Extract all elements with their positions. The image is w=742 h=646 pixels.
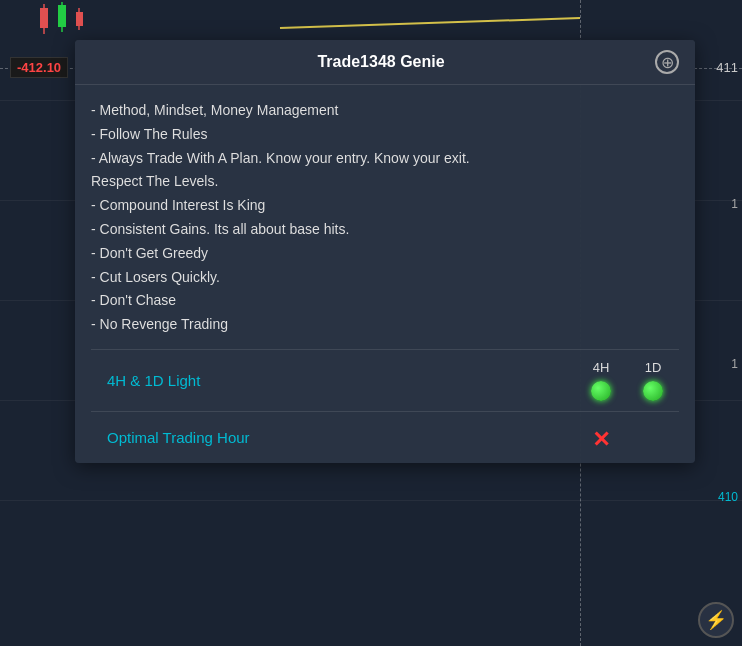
popup-body: - Method, Mindset, Money Management - Fo… [75,85,695,463]
4h-indicator-col: 4H [575,360,627,401]
rule-6: - Consistent Gains. Its all about base h… [91,221,349,237]
popup-title: Trade1348 Genie [115,53,647,71]
rule-5: - Compound Interest Is King [91,197,265,213]
table-row-optimal-hour: Optimal Trading Hour ✕ [91,411,679,463]
right-price-top: 411 [712,58,742,77]
rule-2: - Follow The Rules [91,126,207,142]
4h-1d-indicators: 4H 1D [575,350,679,411]
right-price-teal: 410 [714,488,742,506]
1d-indicator-col: 1D [627,360,679,401]
4h-header: 4H [593,360,610,375]
optimal-hour-label: Optimal Trading Hour [91,419,575,456]
right-price-1: 1 [727,195,742,213]
1d-green-dot [643,381,663,401]
svg-rect-7 [76,12,83,26]
close-button[interactable]: ⊕ [655,50,679,74]
rule-8: - Cut Losers Quickly. [91,269,220,285]
optimal-x-col: ✕ [575,423,627,451]
rule-3: - Always Trade With A Plan. Know your en… [91,150,470,166]
4h-1d-label: 4H & 1D Light [91,362,575,399]
svg-rect-4 [58,5,66,27]
price-label: -412.10 [10,57,68,78]
right-price-2: 1 [727,355,742,373]
lightning-button[interactable]: ⚡ [698,602,734,638]
svg-line-0 [280,18,580,28]
rule-1: - Method, Mindset, Money Management [91,102,338,118]
svg-rect-1 [40,8,48,28]
trade-genie-panel: Trade1348 Genie ⊕ - Method, Mindset, Mon… [75,40,695,463]
red-x-icon: ✕ [592,429,610,451]
optimal-hour-indicators: ✕ [575,413,679,461]
grid-line [0,500,742,501]
popup-header: Trade1348 Genie ⊕ [75,40,695,85]
table-row-4h-1d: 4H & 1D Light 4H 1D [91,349,679,411]
plus-icon: ⊕ [661,53,674,72]
4h-green-dot [591,381,611,401]
rule-10: - No Revenge Trading [91,316,228,332]
rule-4: Respect The Levels. [91,173,218,189]
lightning-icon: ⚡ [705,609,727,631]
rules-text: - Method, Mindset, Money Management - Fo… [91,99,679,337]
1d-header: 1D [645,360,662,375]
rule-9: - Don't Chase [91,292,176,308]
indicator-table: 4H & 1D Light 4H 1D Optimal Trading Hour [91,349,679,463]
rule-7: - Don't Get Greedy [91,245,208,261]
